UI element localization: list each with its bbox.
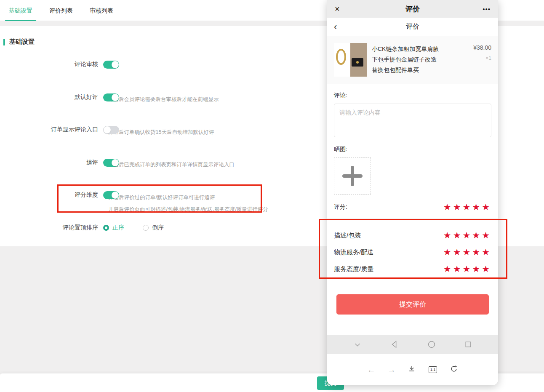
product-price-block: ¥38.00 ×1 bbox=[459, 43, 491, 77]
radio-label: 倒序 bbox=[152, 224, 164, 232]
setting-hint: 开启后评价页面可对描述/包装,物流服务/配送,服务态度/质量进行评分 bbox=[108, 206, 268, 213]
more-icon[interactable]: ••• bbox=[457, 5, 491, 13]
setting-label: 评论审核 bbox=[0, 61, 103, 68]
wechat-title: 评价 bbox=[368, 4, 457, 14]
review-form: 评论: 晒图: 评分: ★★★★★ bbox=[327, 84, 498, 218]
section-accent-bar bbox=[3, 39, 5, 45]
android-nav-bar bbox=[327, 335, 498, 354]
setting-hint: 开启后已完成订单的列表页和订单详情页显示评论入口 bbox=[108, 161, 235, 168]
setting-label: 默认好评 bbox=[0, 93, 103, 101]
back-icon[interactable]: ‹ bbox=[334, 19, 359, 35]
dimension-star-rating[interactable]: ★★★★★ bbox=[443, 264, 491, 274]
forward-arrow-icon[interactable]: → bbox=[387, 365, 395, 375]
dimension-label: 描述/包装 bbox=[334, 232, 361, 240]
chevron-down-icon[interactable] bbox=[353, 340, 362, 349]
download-icon[interactable] bbox=[408, 365, 416, 375]
rating-label: 评分: bbox=[334, 203, 347, 211]
tab-review-list[interactable]: 评价列表 bbox=[45, 0, 77, 21]
wechat-title-bar: × 评价 ••• bbox=[327, 0, 498, 18]
model-image-half bbox=[350, 43, 367, 77]
product-price: ¥38.00 bbox=[459, 44, 491, 51]
radio-unselected-icon bbox=[143, 225, 149, 231]
dimension-star-rating[interactable]: ★★★★★ bbox=[443, 230, 491, 240]
dimension-row-logistics-delivery: 物流服务/配送 ★★★★★ bbox=[334, 247, 491, 257]
setting-hint: 开启后会员评论需要后台审核后才能在前端显示 bbox=[108, 96, 219, 103]
product-card: 小CK链条加粗加宽单肩腋 下包手提包金属链子改造 替换包包配件单买 ¥38.00… bbox=[327, 36, 498, 84]
product-title-line: 小CK链条加粗加宽单肩腋 bbox=[372, 44, 459, 54]
setting-label: 订单显示评论入口 bbox=[0, 126, 103, 133]
photo-upload-button[interactable] bbox=[334, 157, 371, 195]
rating-dimensions-section: 描述/包装 ★★★★★ 物流服务/配送 ★★★★★ 服务态度/质量 ★★★★★ bbox=[327, 218, 498, 283]
product-title-line: 替换包包配件单买 bbox=[372, 65, 459, 75]
product-image bbox=[334, 43, 367, 77]
close-icon[interactable]: × bbox=[335, 4, 368, 14]
phone-preview: × 评价 ••• ‹ 评价 小CK链条加粗加宽单肩腋 下包手提包金属链子改造 替… bbox=[327, 0, 498, 385]
toggle-comment-audit[interactable] bbox=[103, 61, 119, 69]
comment-label: 评论: bbox=[334, 92, 491, 99]
overall-star-rating[interactable]: ★★★★★ bbox=[443, 202, 491, 212]
setting-label: 追评 bbox=[0, 159, 103, 166]
emulator-toolbar: ← → 1:1 bbox=[327, 354, 498, 385]
toggle-rating-dimensions[interactable] bbox=[103, 191, 119, 199]
product-quantity: ×1 bbox=[459, 55, 491, 61]
radio-selected-icon bbox=[103, 225, 109, 231]
scale-1-1-button[interactable]: 1:1 bbox=[429, 366, 437, 373]
comment-input[interactable] bbox=[334, 104, 491, 137]
submit-review-button[interactable]: 提交评价 bbox=[336, 294, 489, 315]
back-arrow-icon[interactable]: ← bbox=[367, 365, 375, 375]
page-nav-bar: ‹ 评价 bbox=[327, 18, 498, 36]
photos-label: 晒图: bbox=[334, 146, 491, 153]
chain-image-half bbox=[334, 43, 350, 77]
setting-row-comment-sort: 评论置顶排序 正序 倒序 bbox=[0, 223, 182, 232]
product-title: 小CK链条加粗加宽单肩腋 下包手提包金属链子改造 替换包包配件单买 bbox=[372, 43, 459, 77]
section-title: 基础设置 bbox=[9, 38, 35, 46]
toggle-knob bbox=[104, 126, 111, 133]
page-title: 评价 bbox=[359, 22, 466, 31]
setting-label: 评分维度 bbox=[0, 191, 103, 199]
gold-chain-shape bbox=[336, 49, 346, 65]
android-home-icon[interactable] bbox=[427, 340, 436, 349]
tab-basic-settings[interactable]: 基础设置 bbox=[4, 0, 37, 21]
dimension-star-rating[interactable]: ★★★★★ bbox=[443, 247, 491, 257]
sort-radio-group: 正序 倒序 bbox=[103, 224, 182, 232]
clasp-shape bbox=[356, 61, 359, 64]
toggle-knob bbox=[112, 94, 119, 101]
toggle-order-comment-entry[interactable] bbox=[103, 126, 119, 134]
toggle-knob bbox=[112, 61, 119, 68]
setting-row-follow-up-review: 追评 bbox=[0, 158, 119, 167]
section-header: 基础设置 bbox=[3, 38, 35, 46]
product-title-line: 下包手提包金属链子改造 bbox=[372, 54, 459, 65]
setting-hint: 开启后订单确认收货15天后自动增加默认好评 bbox=[108, 129, 214, 136]
android-recents-icon[interactable] bbox=[464, 340, 472, 349]
dimension-label: 服务态度/质量 bbox=[334, 265, 373, 273]
dimension-row-description-packaging: 描述/包装 ★★★★★ bbox=[334, 230, 491, 240]
toggle-default-good-review[interactable] bbox=[103, 93, 119, 101]
toggle-knob bbox=[112, 192, 119, 199]
plus-icon bbox=[342, 166, 363, 186]
setting-row-comment-audit: 评论审核 bbox=[0, 60, 119, 69]
bag-shape bbox=[352, 58, 363, 67]
setting-row-rating-dimensions: 评分维度 bbox=[0, 190, 119, 200]
android-back-icon[interactable] bbox=[390, 340, 399, 349]
toggle-follow-up-review[interactable] bbox=[103, 159, 119, 167]
setting-row-order-comment-entry: 订单显示评论入口 bbox=[0, 125, 119, 134]
radio-option-descending[interactable]: 倒序 bbox=[143, 224, 164, 232]
refresh-icon[interactable] bbox=[450, 365, 458, 375]
radio-option-ascending[interactable]: 正序 bbox=[103, 224, 124, 232]
setting-hint: 开启后评价过的订单/默认好评订单可进行追评 bbox=[108, 194, 215, 201]
dimension-row-service-quality: 服务态度/质量 ★★★★★ bbox=[334, 264, 491, 274]
overall-rating-row: 评分: ★★★★★ bbox=[334, 202, 491, 218]
radio-label: 正序 bbox=[112, 224, 124, 232]
phone-empty-space bbox=[327, 315, 498, 335]
dimension-label: 物流服务/配送 bbox=[334, 248, 373, 256]
toggle-knob bbox=[112, 159, 119, 166]
tab-audit-list[interactable]: 审核列表 bbox=[85, 0, 118, 21]
setting-label: 评论置顶排序 bbox=[0, 224, 103, 232]
setting-row-default-good-review: 默认好评 bbox=[0, 93, 119, 102]
